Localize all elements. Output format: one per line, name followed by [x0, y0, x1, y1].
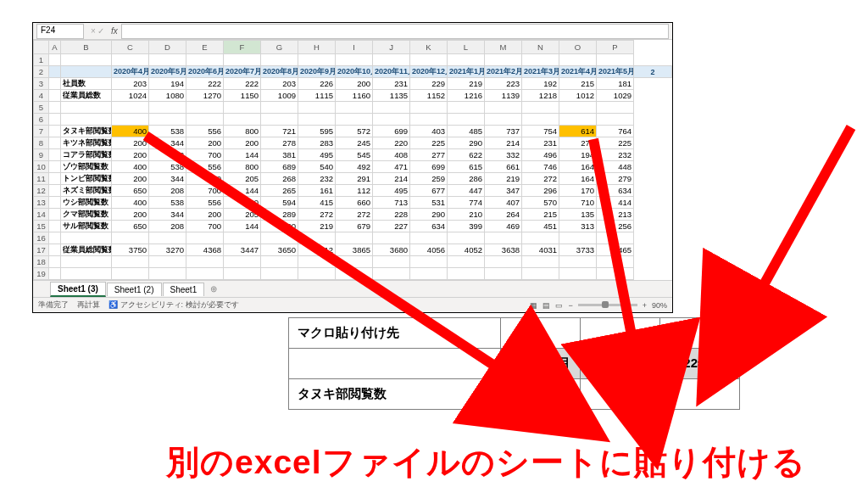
dest-year-2: 2021年4月: [581, 349, 660, 379]
view-normal-icon[interactable]: ▦: [530, 301, 537, 310]
dest-value-cell: [660, 379, 740, 410]
dest-value-cell: [581, 379, 660, 410]
sheet-tab-3[interactable]: Sheet1: [163, 283, 205, 296]
dest-title: マクロ貼り付け先: [289, 318, 501, 349]
destination-table: マクロ貼り付け先 2020年4月 2021年4月 2022年4月 タヌキ部閲覧数: [288, 317, 740, 410]
view-layout-icon[interactable]: ▤: [542, 301, 550, 310]
formula-bar[interactable]: [121, 24, 669, 39]
dest-row-label: タヌキ部閲覧数: [289, 379, 501, 410]
view-break-icon[interactable]: ▭: [555, 301, 563, 310]
status-recalc: 再計算: [77, 299, 100, 311]
zoom-level[interactable]: 90%: [652, 301, 667, 310]
status-accessibility: ♿ アクセシビリティ: 検討が必要です: [108, 299, 239, 311]
sheet-tab-2[interactable]: Sheet1 (2): [107, 283, 162, 296]
formula-bar-row: F24 × ✓ fx: [33, 23, 672, 40]
formula-nav: × ✓: [87, 26, 108, 36]
sheet-tab-1[interactable]: Sheet1 (3): [50, 282, 106, 297]
status-ready: 準備完了: [38, 299, 69, 311]
svg-line-3: [731, 127, 851, 344]
name-box[interactable]: F24: [36, 24, 84, 39]
status-bar: 準備完了 再計算 ♿ アクセシビリティ: 検討が必要です ▦ ▤ ▭ − + 9…: [33, 297, 672, 312]
dest-cell: [501, 318, 581, 349]
cancel-icon[interactable]: ×: [91, 26, 96, 36]
dest-year-3: 2022年4月: [660, 349, 740, 379]
dest-cell: [289, 349, 501, 379]
dest-cell: [581, 318, 660, 349]
excel-window: F24 × ✓ fx ABCDEFGHIJKLMNOP122020年4月2020…: [32, 22, 673, 313]
annotation-caption: 別のexcelファイルのシートに貼り付ける: [166, 439, 806, 485]
zoom-in-icon[interactable]: +: [643, 301, 647, 310]
sheet-tabs: Sheet1 (3) Sheet1 (2) Sheet1 ⊕: [33, 280, 672, 297]
spreadsheet-grid[interactable]: ABCDEFGHIJKLMNOP122020年4月2020年5月2020年6月2…: [33, 40, 672, 280]
dest-year-1: 2020年4月: [501, 349, 581, 379]
add-sheet-button[interactable]: ⊕: [205, 283, 222, 295]
dest-cell: [660, 318, 740, 349]
fx-icon[interactable]: fx: [108, 25, 121, 38]
dest-value-cell: [501, 379, 581, 410]
zoom-out-icon[interactable]: −: [568, 301, 572, 310]
enter-icon[interactable]: ✓: [97, 26, 104, 36]
zoom-slider[interactable]: [578, 304, 637, 306]
